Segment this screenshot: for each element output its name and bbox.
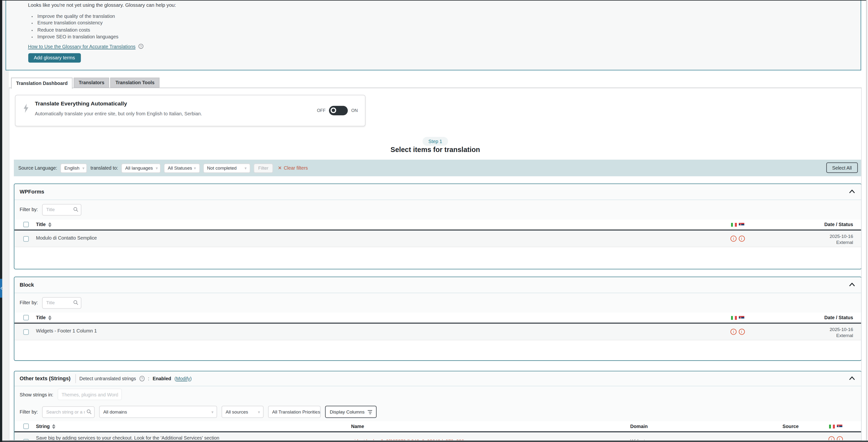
column-header-date-status: Date / Status	[825, 315, 853, 321]
row-status: External	[830, 239, 853, 245]
select-all-rows-checkbox[interactable]	[23, 315, 29, 321]
info-icon[interactable]: i	[731, 329, 736, 335]
chevron-down-icon: ▾	[244, 166, 247, 171]
info-icon[interactable]: i	[836, 436, 842, 441]
search-icon	[87, 409, 92, 415]
sources-select[interactable]: All sources ▾	[222, 406, 264, 418]
select-all-button[interactable]: Select All	[826, 163, 858, 173]
chevron-down-icon: ▾	[156, 166, 158, 171]
status-value: All Statuses	[168, 166, 192, 171]
select-all-rows-checkbox[interactable]	[23, 222, 29, 228]
step-badge: Step 1	[422, 137, 448, 146]
admin-bar-edge	[0, 0, 866, 1]
section-title: Block	[20, 282, 34, 288]
modify-label: Modify	[176, 376, 190, 381]
row-string: Save big by adding services to your chec…	[36, 435, 219, 441]
glossary-help-link[interactable]: How to Use the Glossary for Accurate Tra…	[28, 43, 135, 49]
row-checkbox[interactable]	[23, 236, 29, 242]
display-columns-label: Display Columns	[330, 409, 365, 415]
help-icon[interactable]: ?	[139, 376, 145, 381]
chevron-down-icon: ▾	[316, 410, 318, 415]
collapse-menu-icon: ‹	[0, 285, 2, 291]
info-icon[interactable]: i	[739, 329, 745, 335]
select-all-rows-checkbox[interactable]	[23, 424, 29, 429]
info-icon[interactable]: i	[829, 436, 835, 441]
strings-section: Other texts (Strings) Detect untranslate…	[14, 371, 861, 441]
column-header-label: Title	[36, 315, 45, 321]
lightning-bolt-icon	[23, 104, 29, 113]
sort-icon	[48, 315, 51, 321]
translation-filter-bar: Source Language: English ▾ translated to…	[14, 160, 861, 177]
section-title: Other texts (Strings)	[20, 376, 71, 382]
table-row: Modulo di Contatto Semplice i i 2025-10-…	[14, 231, 861, 247]
chevron-down-icon: ▾	[83, 166, 85, 171]
wpforms-section: WPForms Filter by: Titl	[14, 183, 861, 269]
show-strings-input[interactable]	[58, 389, 122, 401]
column-header-domain: Domain	[630, 424, 648, 429]
collapse-section-icon[interactable]	[849, 283, 855, 287]
filter-by-label: Filter by:	[20, 409, 38, 415]
column-header-label: Title	[36, 222, 45, 228]
clear-filters-link[interactable]: ✕ Clear filters	[278, 166, 308, 171]
column-header-label: String	[36, 424, 50, 429]
toggle-knob	[331, 108, 336, 113]
target-language-value: All languages	[125, 166, 153, 171]
info-icon[interactable]: i	[739, 236, 745, 242]
info-icon[interactable]: i	[731, 236, 736, 242]
tab-translators[interactable]: Translators	[74, 78, 110, 88]
clear-filters-icon: ✕	[278, 166, 282, 171]
column-header-title[interactable]: Title	[36, 315, 51, 321]
row-date: 2025-10-16	[830, 233, 853, 239]
row-date: 2025-10-16	[830, 326, 853, 332]
modify-link[interactable]: (Modify)	[175, 376, 192, 381]
add-glossary-terms-button[interactable]: Add glossary terms	[28, 53, 81, 62]
completion-value: Not completed	[207, 166, 237, 171]
help-icon[interactable]: ?	[138, 44, 144, 49]
collapse-section-icon[interactable]	[849, 376, 855, 380]
paren: )	[190, 376, 192, 381]
column-header-source: Source	[782, 424, 799, 429]
clear-filters-label: Clear filters	[284, 166, 308, 171]
tab-bar: Translation Dashboard Translators Transl…	[11, 78, 160, 89]
table-row: Save big by adding services to your chec…	[14, 432, 861, 441]
column-header-title[interactable]: Title	[36, 222, 51, 228]
italian-flag-icon	[829, 424, 835, 429]
chevron-down-icon: ▾	[258, 410, 260, 415]
detect-strings-label: Detect untranslated strings	[79, 376, 136, 381]
filter-by-label: Filter by:	[20, 207, 38, 212]
search-icon	[73, 300, 79, 306]
column-header-date-status: Date / Status	[825, 222, 853, 228]
show-strings-label: Show strings in:	[20, 392, 53, 397]
row-checkbox[interactable]	[23, 329, 29, 335]
list-item: Ensure translation consistency	[37, 19, 860, 26]
glossary-intro: Looks like you're not yet using the glos…	[28, 1, 860, 8]
block-section: Block Filter by: Title	[14, 276, 861, 361]
translate-everything-toggle[interactable]	[329, 106, 348, 115]
source-language-select[interactable]: English ▾	[61, 164, 87, 173]
page-title: Select items for translation	[9, 146, 861, 153]
domains-select[interactable]: All domains ▾	[99, 406, 217, 418]
tab-translation-tools[interactable]: Translation Tools	[111, 78, 159, 88]
column-header-string[interactable]: String	[36, 424, 55, 429]
target-language-select[interactable]: All languages ▾	[122, 164, 161, 173]
glossary-benefits-list: Improve the quality of the translation E…	[28, 12, 860, 40]
toggle-on-label: ON	[351, 108, 358, 113]
status-select[interactable]: All Statuses ▾	[164, 164, 200, 173]
sort-icon	[48, 222, 51, 228]
completion-select[interactable]: Not completed ▾	[203, 164, 250, 173]
serbian-flag-icon	[739, 223, 744, 227]
filter-columns-icon	[368, 410, 372, 414]
section-title: WPForms	[20, 189, 44, 195]
priorities-select[interactable]: All Translation Priorities ▾	[268, 406, 321, 418]
list-item: Improve the quality of the translation	[37, 12, 860, 20]
wpml-translation-management-page: Looks like you're not yet using the glos…	[0, 0, 868, 442]
scrollbar[interactable]	[866, 0, 868, 441]
taskbar-edge	[0, 441, 868, 442]
sort-icon	[52, 424, 56, 429]
serbian-flag-icon	[836, 424, 842, 429]
display-columns-button[interactable]: Display Columns	[326, 406, 377, 418]
collapse-section-icon[interactable]	[849, 189, 855, 194]
collapse-menu-button[interactable]: ‹	[0, 279, 2, 297]
filter-button[interactable]: Filter	[254, 164, 273, 173]
tab-translation-dashboard[interactable]: Translation Dashboard	[11, 78, 72, 89]
